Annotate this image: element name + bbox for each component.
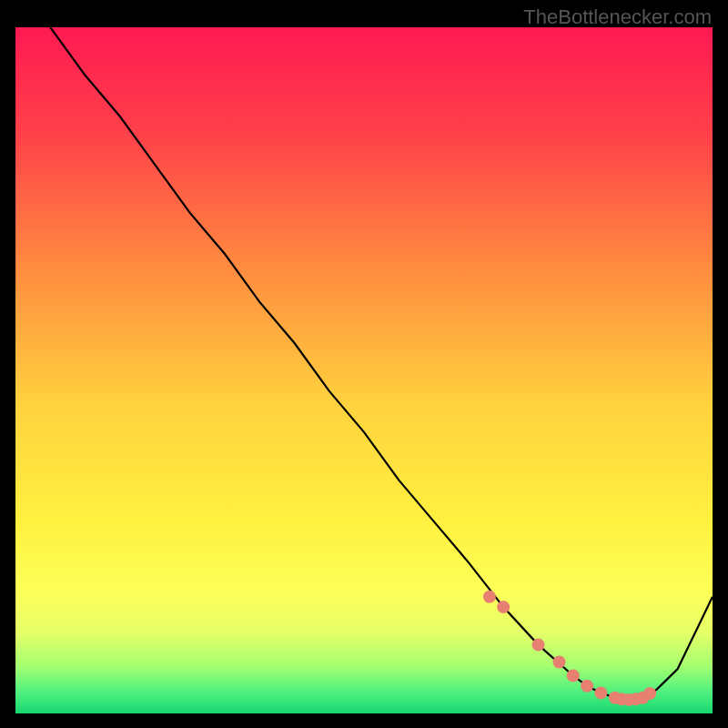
highlight-marker [643, 687, 656, 700]
highlight-marker [581, 680, 593, 693]
watermark-text: TheBottlenecker.com [523, 5, 712, 29]
highlight-marker [532, 639, 545, 652]
chart-plot-area [15, 27, 713, 713]
chart-svg [15, 27, 713, 713]
highlight-marker [567, 670, 580, 682]
highlight-marker [497, 601, 510, 613]
highlight-marker [553, 656, 566, 669]
gradient-background [15, 27, 713, 713]
highlight-marker [483, 591, 496, 603]
highlight-marker [594, 686, 607, 699]
